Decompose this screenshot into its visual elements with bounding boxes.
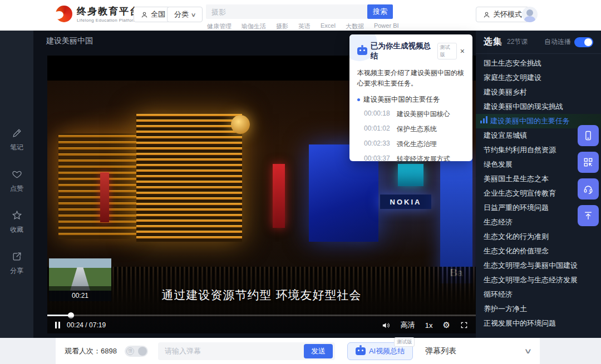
robot-icon xyxy=(357,47,367,55)
episode-item[interactable]: 生态文明理念与生态经济发展 xyxy=(476,273,601,287)
sidebar-header: 选集 22节课 自动连播 xyxy=(476,31,601,54)
preview-time: 00:21 xyxy=(49,291,111,301)
viewers-counter: 观看人次：6898 xyxy=(65,346,117,356)
city-dome xyxy=(231,115,250,134)
rail-item-label: 收藏 xyxy=(10,225,23,235)
danmaku-input[interactable] xyxy=(165,347,304,355)
autoplay-toggle[interactable] xyxy=(574,37,593,47)
rail-item-点赞[interactable]: 点赞 xyxy=(0,169,33,193)
category-button-label: 分类 xyxy=(174,9,189,19)
hot-tag[interactable]: 摄影 xyxy=(276,22,288,31)
chapter-row[interactable]: 00:01:02保护生态系统 xyxy=(357,122,465,137)
speed-button[interactable]: 1x xyxy=(425,321,433,330)
danmaku-toggle[interactable]: 弹 xyxy=(125,346,148,357)
hot-tag[interactable]: Power BI xyxy=(374,22,399,31)
episode-item[interactable]: 循环经济 xyxy=(476,287,601,302)
danmaku-toggle-char: 弹 xyxy=(126,347,134,355)
collapse-chevron-icon[interactable]: ∨ xyxy=(524,347,533,355)
user-avatar[interactable] xyxy=(522,7,538,22)
pause-button[interactable] xyxy=(55,322,60,328)
episode-item[interactable]: 正视发展中的环境问题 xyxy=(476,316,601,331)
region-button-label: 全国 xyxy=(151,9,165,19)
search-input[interactable] xyxy=(206,4,367,19)
chapter-group-title: 建设美丽中国的主要任务 xyxy=(363,95,440,104)
fullscreen-button[interactable] xyxy=(460,321,468,329)
care-mode-button[interactable]: 关怀模式 xyxy=(476,7,529,22)
share-icon xyxy=(12,251,22,263)
send-button[interactable]: 发送 xyxy=(304,344,333,358)
episode-item[interactable]: 养护一方净土 xyxy=(476,302,601,316)
episode-item[interactable]: 建设美丽乡村 xyxy=(476,85,601,99)
mobile-icon xyxy=(583,130,594,141)
robot-icon xyxy=(356,347,366,355)
speaker-icon xyxy=(381,321,391,330)
floating-buttons xyxy=(578,125,599,226)
viewers-count: 6898 xyxy=(101,347,117,355)
quality-button[interactable]: 高清 xyxy=(401,320,415,330)
star-icon xyxy=(12,210,22,222)
video-title: 建设美丽中国 xyxy=(46,36,93,46)
logo-title: 终身教育平台 xyxy=(77,5,140,18)
search-bar: 搜索 xyxy=(206,4,393,19)
logo-subtitle: Lifelong Education Platform xyxy=(77,18,140,23)
chapter-label: 转变经济发展方式 xyxy=(397,154,450,161)
neon-sign xyxy=(100,172,109,222)
chapter-row[interactable]: 00:02:33强化生态治理 xyxy=(357,137,465,152)
neon-sign xyxy=(273,164,285,228)
episode-item[interactable]: 国土生态安全挑战 xyxy=(476,56,601,71)
rail-item-收藏[interactable]: 收藏 xyxy=(0,210,33,235)
care-mode-label: 关怀模式 xyxy=(493,9,522,19)
chapter-row[interactable]: 00:00:18建设美丽中国核心 xyxy=(357,107,465,122)
chapter-row[interactable]: 00:03:37转变经济发展方式 xyxy=(357,152,465,161)
category-button[interactable]: 分类 ∨ xyxy=(167,7,203,22)
beta-badge: 测试版 xyxy=(437,43,457,59)
ai-button-label: AI视频总结 xyxy=(369,346,405,356)
episode-item[interactable]: 建设美丽中国的现实挑战 xyxy=(476,99,601,114)
preview-thumbnail: 00:21 xyxy=(49,258,111,301)
person-icon xyxy=(141,11,148,18)
rail-item-label: 分享 xyxy=(10,266,23,276)
episode-item[interactable]: 生态文化的行为准则 xyxy=(476,230,601,244)
video-subtitle: 通过建设资源节约型 环境友好型社会 xyxy=(47,287,476,303)
playlist-count: 22节课 xyxy=(507,37,528,47)
neon-sign-text: NOKIA xyxy=(380,195,431,209)
person-icon xyxy=(483,11,490,18)
headset-button[interactable] xyxy=(578,178,599,200)
hot-tag[interactable]: 瑜伽生活 xyxy=(242,22,266,31)
mobile-button[interactable] xyxy=(578,125,599,146)
rail-item-label: 笔记 xyxy=(10,143,23,152)
danmaku-input-wrap: 发送 xyxy=(158,342,335,360)
close-icon[interactable]: × xyxy=(460,47,465,55)
heart-icon xyxy=(12,169,22,181)
ai-summary-button[interactable]: AI视频总结 测试版 xyxy=(347,342,413,360)
qrcode-icon xyxy=(583,157,594,168)
ai-summary-text: 本视频主要介绍了建设美丽中国的核心要求和主要任务。 xyxy=(357,68,465,88)
progress-bar[interactable] xyxy=(47,315,476,316)
chapter-label: 保护生态系统 xyxy=(397,124,437,134)
hot-tag[interactable]: 英语 xyxy=(298,22,311,31)
neon-sign xyxy=(398,164,423,186)
rail-item-分享[interactable]: 分享 xyxy=(0,251,33,276)
volume-button[interactable] xyxy=(381,321,391,330)
hot-tag[interactable]: 健康管理 xyxy=(207,22,231,31)
chapter-label: 强化生态治理 xyxy=(397,139,437,149)
search-button[interactable]: 搜索 xyxy=(367,4,393,19)
hot-tag[interactable]: 大数据 xyxy=(346,22,364,31)
chapter-time: 00:01:02 xyxy=(364,124,390,134)
rail-item-label: 点赞 xyxy=(10,184,23,193)
episode-item[interactable]: 生态文化的价值理念 xyxy=(476,244,601,258)
ai-popup-title: 已为你生成视频总结 xyxy=(371,41,434,61)
danmaku-panel: 观看人次：6898 弹 发送 AI视频总结 测试版 弹幕列表 ∨ xyxy=(56,338,540,364)
episode-item[interactable]: 生态文明理念与美丽中国建设 xyxy=(476,258,601,273)
pencil-icon xyxy=(12,128,22,140)
hot-tag[interactable]: Excel xyxy=(321,22,336,31)
qrcode-button[interactable] xyxy=(578,152,599,173)
back-to-top-button[interactable] xyxy=(578,205,599,226)
settings-gear-icon[interactable]: ⚙ xyxy=(443,320,450,330)
platform-logo[interactable]: 终身教育平台 Lifelong Education Platform xyxy=(56,5,140,23)
ai-summary-popup: 已为你生成视频总结 测试版 × 本视频主要介绍了建设美丽中国的核心要求和主要任务… xyxy=(349,34,472,161)
episode-item[interactable]: 家庭生态文明建设 xyxy=(476,71,601,85)
top-header: 终身教育平台 Lifelong Education Platform 全国 分类… xyxy=(0,0,601,31)
logo-icon xyxy=(56,6,72,22)
rail-item-笔记[interactable]: 笔记 xyxy=(0,128,33,152)
